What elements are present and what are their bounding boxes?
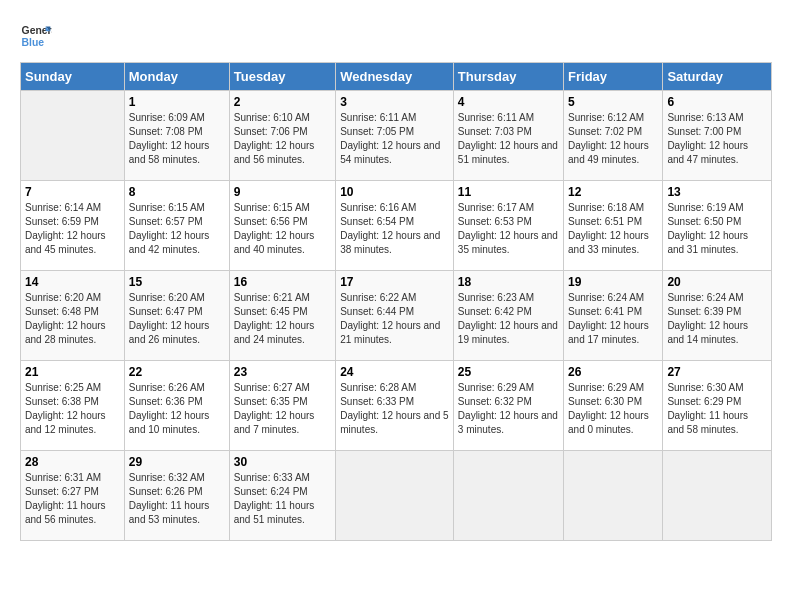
- day-info: Sunrise: 6:11 AMSunset: 7:03 PMDaylight:…: [458, 111, 559, 167]
- day-number: 14: [25, 275, 120, 289]
- calendar-week-row: 14Sunrise: 6:20 AMSunset: 6:48 PMDayligh…: [21, 271, 772, 361]
- calendar-cell: 4Sunrise: 6:11 AMSunset: 7:03 PMDaylight…: [453, 91, 563, 181]
- day-info: Sunrise: 6:24 AMSunset: 6:41 PMDaylight:…: [568, 291, 658, 347]
- day-info: Sunrise: 6:32 AMSunset: 6:26 PMDaylight:…: [129, 471, 225, 527]
- calendar-cell: 6Sunrise: 6:13 AMSunset: 7:00 PMDaylight…: [663, 91, 772, 181]
- day-number: 2: [234, 95, 331, 109]
- day-info: Sunrise: 6:25 AMSunset: 6:38 PMDaylight:…: [25, 381, 120, 437]
- day-number: 27: [667, 365, 767, 379]
- logo: General Blue: [20, 20, 52, 52]
- day-number: 1: [129, 95, 225, 109]
- calendar-cell: [663, 451, 772, 541]
- day-info: Sunrise: 6:28 AMSunset: 6:33 PMDaylight:…: [340, 381, 449, 437]
- calendar-header-row: SundayMondayTuesdayWednesdayThursdayFrid…: [21, 63, 772, 91]
- day-number: 11: [458, 185, 559, 199]
- day-number: 5: [568, 95, 658, 109]
- day-number: 13: [667, 185, 767, 199]
- day-number: 24: [340, 365, 449, 379]
- header-day-thursday: Thursday: [453, 63, 563, 91]
- calendar-cell: 16Sunrise: 6:21 AMSunset: 6:45 PMDayligh…: [229, 271, 335, 361]
- calendar-cell: 17Sunrise: 6:22 AMSunset: 6:44 PMDayligh…: [336, 271, 454, 361]
- header-day-tuesday: Tuesday: [229, 63, 335, 91]
- header: General Blue: [20, 20, 772, 52]
- day-info: Sunrise: 6:30 AMSunset: 6:29 PMDaylight:…: [667, 381, 767, 437]
- day-info: Sunrise: 6:15 AMSunset: 6:56 PMDaylight:…: [234, 201, 331, 257]
- calendar-cell: 1Sunrise: 6:09 AMSunset: 7:08 PMDaylight…: [124, 91, 229, 181]
- calendar-cell: 14Sunrise: 6:20 AMSunset: 6:48 PMDayligh…: [21, 271, 125, 361]
- day-number: 9: [234, 185, 331, 199]
- calendar-cell: 23Sunrise: 6:27 AMSunset: 6:35 PMDayligh…: [229, 361, 335, 451]
- day-info: Sunrise: 6:16 AMSunset: 6:54 PMDaylight:…: [340, 201, 449, 257]
- calendar-cell: 25Sunrise: 6:29 AMSunset: 6:32 PMDayligh…: [453, 361, 563, 451]
- calendar-cell: 24Sunrise: 6:28 AMSunset: 6:33 PMDayligh…: [336, 361, 454, 451]
- day-number: 3: [340, 95, 449, 109]
- calendar-cell: 22Sunrise: 6:26 AMSunset: 6:36 PMDayligh…: [124, 361, 229, 451]
- day-info: Sunrise: 6:21 AMSunset: 6:45 PMDaylight:…: [234, 291, 331, 347]
- day-info: Sunrise: 6:12 AMSunset: 7:02 PMDaylight:…: [568, 111, 658, 167]
- day-info: Sunrise: 6:17 AMSunset: 6:53 PMDaylight:…: [458, 201, 559, 257]
- day-number: 12: [568, 185, 658, 199]
- calendar-cell: [21, 91, 125, 181]
- day-info: Sunrise: 6:20 AMSunset: 6:47 PMDaylight:…: [129, 291, 225, 347]
- calendar-cell: 3Sunrise: 6:11 AMSunset: 7:05 PMDaylight…: [336, 91, 454, 181]
- calendar-cell: 18Sunrise: 6:23 AMSunset: 6:42 PMDayligh…: [453, 271, 563, 361]
- day-info: Sunrise: 6:14 AMSunset: 6:59 PMDaylight:…: [25, 201, 120, 257]
- day-number: 28: [25, 455, 120, 469]
- calendar-cell: 29Sunrise: 6:32 AMSunset: 6:26 PMDayligh…: [124, 451, 229, 541]
- calendar-cell: 21Sunrise: 6:25 AMSunset: 6:38 PMDayligh…: [21, 361, 125, 451]
- calendar-week-row: 1Sunrise: 6:09 AMSunset: 7:08 PMDaylight…: [21, 91, 772, 181]
- calendar-week-row: 21Sunrise: 6:25 AMSunset: 6:38 PMDayligh…: [21, 361, 772, 451]
- calendar-cell: [564, 451, 663, 541]
- day-number: 8: [129, 185, 225, 199]
- calendar-cell: 13Sunrise: 6:19 AMSunset: 6:50 PMDayligh…: [663, 181, 772, 271]
- day-number: 30: [234, 455, 331, 469]
- header-day-saturday: Saturday: [663, 63, 772, 91]
- calendar-cell: [453, 451, 563, 541]
- calendar-cell: 8Sunrise: 6:15 AMSunset: 6:57 PMDaylight…: [124, 181, 229, 271]
- day-info: Sunrise: 6:19 AMSunset: 6:50 PMDaylight:…: [667, 201, 767, 257]
- day-info: Sunrise: 6:31 AMSunset: 6:27 PMDaylight:…: [25, 471, 120, 527]
- day-number: 20: [667, 275, 767, 289]
- day-number: 17: [340, 275, 449, 289]
- calendar-cell: 15Sunrise: 6:20 AMSunset: 6:47 PMDayligh…: [124, 271, 229, 361]
- calendar-cell: 26Sunrise: 6:29 AMSunset: 6:30 PMDayligh…: [564, 361, 663, 451]
- day-number: 4: [458, 95, 559, 109]
- calendar-week-row: 7Sunrise: 6:14 AMSunset: 6:59 PMDaylight…: [21, 181, 772, 271]
- calendar-week-row: 28Sunrise: 6:31 AMSunset: 6:27 PMDayligh…: [21, 451, 772, 541]
- logo-icon: General Blue: [20, 20, 52, 52]
- day-info: Sunrise: 6:10 AMSunset: 7:06 PMDaylight:…: [234, 111, 331, 167]
- day-number: 15: [129, 275, 225, 289]
- day-number: 23: [234, 365, 331, 379]
- header-day-sunday: Sunday: [21, 63, 125, 91]
- calendar-cell: 9Sunrise: 6:15 AMSunset: 6:56 PMDaylight…: [229, 181, 335, 271]
- day-info: Sunrise: 6:18 AMSunset: 6:51 PMDaylight:…: [568, 201, 658, 257]
- header-day-wednesday: Wednesday: [336, 63, 454, 91]
- calendar-cell: 28Sunrise: 6:31 AMSunset: 6:27 PMDayligh…: [21, 451, 125, 541]
- calendar-table: SundayMondayTuesdayWednesdayThursdayFrid…: [20, 62, 772, 541]
- day-info: Sunrise: 6:29 AMSunset: 6:32 PMDaylight:…: [458, 381, 559, 437]
- header-day-monday: Monday: [124, 63, 229, 91]
- day-info: Sunrise: 6:23 AMSunset: 6:42 PMDaylight:…: [458, 291, 559, 347]
- day-info: Sunrise: 6:33 AMSunset: 6:24 PMDaylight:…: [234, 471, 331, 527]
- calendar-cell: 20Sunrise: 6:24 AMSunset: 6:39 PMDayligh…: [663, 271, 772, 361]
- calendar-cell: 10Sunrise: 6:16 AMSunset: 6:54 PMDayligh…: [336, 181, 454, 271]
- calendar-cell: 11Sunrise: 6:17 AMSunset: 6:53 PMDayligh…: [453, 181, 563, 271]
- calendar-cell: [336, 451, 454, 541]
- calendar-cell: 7Sunrise: 6:14 AMSunset: 6:59 PMDaylight…: [21, 181, 125, 271]
- day-info: Sunrise: 6:24 AMSunset: 6:39 PMDaylight:…: [667, 291, 767, 347]
- day-number: 25: [458, 365, 559, 379]
- day-number: 10: [340, 185, 449, 199]
- day-number: 19: [568, 275, 658, 289]
- day-number: 21: [25, 365, 120, 379]
- day-number: 18: [458, 275, 559, 289]
- svg-text:Blue: Blue: [22, 37, 45, 48]
- day-number: 26: [568, 365, 658, 379]
- day-number: 29: [129, 455, 225, 469]
- calendar-cell: 30Sunrise: 6:33 AMSunset: 6:24 PMDayligh…: [229, 451, 335, 541]
- day-number: 6: [667, 95, 767, 109]
- day-info: Sunrise: 6:11 AMSunset: 7:05 PMDaylight:…: [340, 111, 449, 167]
- calendar-cell: 12Sunrise: 6:18 AMSunset: 6:51 PMDayligh…: [564, 181, 663, 271]
- calendar-cell: 19Sunrise: 6:24 AMSunset: 6:41 PMDayligh…: [564, 271, 663, 361]
- day-number: 22: [129, 365, 225, 379]
- day-info: Sunrise: 6:29 AMSunset: 6:30 PMDaylight:…: [568, 381, 658, 437]
